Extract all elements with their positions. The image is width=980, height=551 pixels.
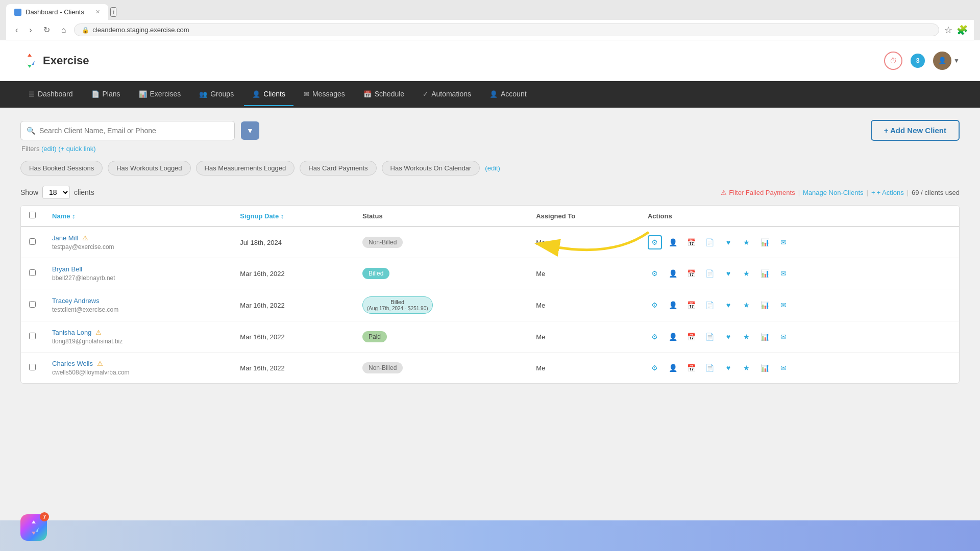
nav-item-messages[interactable]: ✉ Messages <box>296 83 353 106</box>
star-button[interactable]: ★ <box>740 361 754 375</box>
client-email: cwells508@lloymalvrba.com <box>52 369 130 376</box>
nav-label-schedule: Schedule <box>375 90 404 98</box>
filters-edit-link[interactable]: (edit) <box>41 145 57 153</box>
profile-button[interactable]: 👤 <box>666 361 680 375</box>
filter-tag-card-payments[interactable]: Has Card Payments <box>300 161 376 176</box>
message-button[interactable]: ✉ <box>776 330 791 344</box>
client-name-charles-wells[interactable]: Charles Wells ⚠ <box>52 360 224 367</box>
star-button[interactable]: ★ <box>740 298 754 312</box>
address-field[interactable]: 🔒 cleandemo.staging.exercise.com <box>74 23 939 36</box>
filter-tag-workouts-calendar[interactable]: Has Workouts On Calendar <box>382 161 480 176</box>
filter-tag-measurements-logged[interactable]: Has Measurements Logged <box>196 161 295 176</box>
select-all-checkbox[interactable] <box>29 212 36 218</box>
search-input[interactable] <box>20 121 235 140</box>
status-badge: Non-Billed <box>362 237 403 248</box>
add-client-button[interactable]: + Add New Client <box>871 120 960 141</box>
row-checkbox[interactable] <box>29 333 36 339</box>
star-button[interactable]: ★ <box>740 330 754 344</box>
actions-link[interactable]: + + Actions <box>871 189 904 196</box>
warning-icon: ⚠ <box>721 189 727 196</box>
message-button[interactable]: ✉ <box>776 361 791 375</box>
filter-button[interactable]: ▼ <box>241 121 259 140</box>
settings-button[interactable]: ⚙ <box>648 361 662 375</box>
floating-app-icon[interactable]: 7 <box>20 514 47 541</box>
row-checkbox[interactable] <box>29 269 36 276</box>
home-button[interactable]: ⌂ <box>58 23 69 37</box>
filter-tags-edit-link[interactable]: (edit) <box>485 164 500 172</box>
settings-button[interactable]: ⚙ <box>648 266 662 281</box>
client-name-jane-mill[interactable]: Jane Mill ⚠ <box>52 234 224 242</box>
forward-button[interactable]: › <box>26 23 35 37</box>
reload-button[interactable]: ↻ <box>40 23 53 37</box>
document-button[interactable]: 📄 <box>703 235 717 249</box>
calendar-button[interactable]: 📅 <box>684 298 699 312</box>
bookmark-icon[interactable]: ☆ <box>944 24 952 36</box>
document-button[interactable]: 📄 <box>703 361 717 375</box>
settings-button[interactable]: ⚙ <box>648 235 662 249</box>
floating-badge-count: 7 <box>40 512 49 521</box>
document-button[interactable]: 📄 <box>703 330 717 344</box>
table-row: Tanisha Long ⚠ tlong819@gnolahsinat.biz … <box>21 321 959 353</box>
profile-button[interactable]: 👤 <box>666 235 680 249</box>
filter-tag-booked-sessions[interactable]: Has Booked Sessions <box>20 161 103 176</box>
timer-button[interactable]: ⏱ <box>884 52 902 70</box>
browser-tab-active[interactable]: Dashboard - Clients ✕ <box>6 4 108 20</box>
chart-button[interactable]: 📊 <box>758 235 772 249</box>
calendar-button[interactable]: 📅 <box>684 330 699 344</box>
col-name[interactable]: Name ↕ <box>44 206 232 227</box>
profile-button[interactable]: 👤 <box>666 330 680 344</box>
tab-close-icon[interactable]: ✕ <box>95 9 100 15</box>
message-button[interactable]: ✉ <box>776 298 791 312</box>
groups-icon: 👥 <box>199 90 207 98</box>
heart-button[interactable]: ♥ <box>721 298 736 312</box>
nav-item-plans[interactable]: 📄 Plans <box>83 83 129 106</box>
filter-tag-workouts-logged[interactable]: Has Workouts Logged <box>108 161 190 176</box>
nav-item-account[interactable]: 👤 Account <box>481 83 535 106</box>
chart-button[interactable]: 📊 <box>758 266 772 281</box>
back-button[interactable]: ‹ <box>12 23 21 37</box>
chart-button[interactable]: 📊 <box>758 298 772 312</box>
nav-item-dashboard[interactable]: ☰ Dashboard <box>20 83 81 106</box>
signup-date: Mar 16th, 2022 <box>232 258 354 289</box>
col-signup-date[interactable]: Signup Date ↕ <box>232 206 354 227</box>
chart-button[interactable]: 📊 <box>758 361 772 375</box>
star-button[interactable]: ★ <box>740 235 754 249</box>
settings-button[interactable]: ⚙ <box>648 330 662 344</box>
filter-failed-payments-link[interactable]: ⚠ Filter Failed Payments <box>721 189 795 196</box>
row-checkbox[interactable] <box>29 364 36 370</box>
schedule-icon: 📅 <box>363 90 372 98</box>
notification-badge[interactable]: 3 <box>911 54 925 68</box>
new-tab-button[interactable]: + <box>110 7 116 17</box>
document-button[interactable]: 📄 <box>703 266 717 281</box>
extensions-icon[interactable]: 🧩 <box>957 24 968 36</box>
nav-item-exercises[interactable]: 📊 Exercises <box>131 83 189 106</box>
client-name-tanisha-long[interactable]: Tanisha Long ⚠ <box>52 329 224 336</box>
document-button[interactable]: 📄 <box>703 298 717 312</box>
settings-button[interactable]: ⚙ <box>648 298 662 312</box>
calendar-button[interactable]: 📅 <box>684 235 699 249</box>
heart-button[interactable]: ♥ <box>721 235 736 249</box>
nav-item-clients[interactable]: 👤 Clients <box>244 83 293 106</box>
chart-button[interactable]: 📊 <box>758 330 772 344</box>
client-name-tracey-andrews[interactable]: Tracey Andrews <box>52 297 224 305</box>
star-button[interactable]: ★ <box>740 266 754 281</box>
filters-quick-link[interactable]: (+ quick link) <box>58 145 95 153</box>
heart-button[interactable]: ♥ <box>721 266 736 281</box>
calendar-button[interactable]: 📅 <box>684 266 699 281</box>
row-checkbox[interactable] <box>29 238 36 245</box>
client-name-bryan-bell[interactable]: Bryan Bell <box>52 265 224 273</box>
message-button[interactable]: ✉ <box>776 266 791 281</box>
nav-item-groups[interactable]: 👥 Groups <box>191 83 242 106</box>
calendar-button[interactable]: 📅 <box>684 361 699 375</box>
profile-button[interactable]: 👤 <box>666 266 680 281</box>
nav-item-automations[interactable]: ✓ Automations <box>414 83 479 106</box>
message-button[interactable]: ✉ <box>776 235 791 249</box>
profile-button[interactable]: 👤 <box>666 298 680 312</box>
heart-button[interactable]: ♥ <box>721 361 736 375</box>
show-select[interactable]: 18 25 50 <box>42 186 70 199</box>
nav-item-schedule[interactable]: 📅 Schedule <box>355 83 412 106</box>
manage-non-clients-link[interactable]: Manage Non-Clients <box>803 189 864 196</box>
heart-button[interactable]: ♥ <box>721 330 736 344</box>
account-menu[interactable]: 👤 ▼ <box>933 52 960 70</box>
row-checkbox[interactable] <box>29 301 36 308</box>
